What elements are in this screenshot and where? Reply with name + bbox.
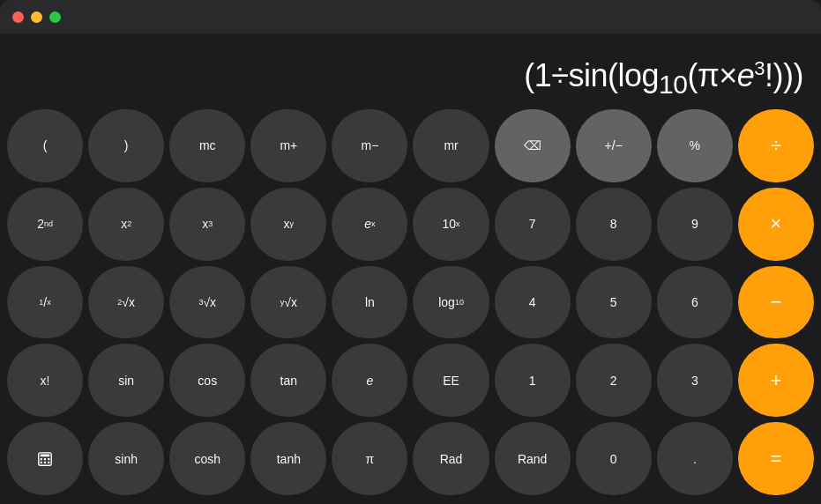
three-button[interactable]: 3 — [657, 344, 733, 417]
euler-button[interactable]: e — [332, 344, 407, 417]
svg-rect-4 — [48, 458, 49, 460]
sinh-button[interactable]: sinh — [88, 422, 164, 495]
plus-minus-button[interactable]: +/− — [576, 109, 652, 182]
mc-button[interactable]: mc — [169, 109, 245, 182]
factorial-button[interactable]: x! — [7, 344, 83, 417]
nine-button[interactable]: 9 — [657, 188, 733, 261]
cos-button[interactable]: cos — [169, 344, 245, 417]
close-paren-button[interactable]: ) — [88, 109, 164, 182]
divide-button[interactable]: ÷ — [738, 109, 814, 182]
log10-button[interactable]: log10 — [413, 266, 489, 339]
backspace-button[interactable]: ⌫ — [495, 109, 571, 182]
e-to-x-button[interactable]: ex — [332, 188, 407, 261]
ln-button[interactable]: ln — [332, 266, 407, 339]
minimize-button[interactable] — [31, 11, 42, 23]
five-button[interactable]: 5 — [576, 266, 652, 339]
ten-to-x-button[interactable]: 10x — [413, 188, 489, 261]
sqrt-button[interactable]: 2√x — [88, 266, 164, 339]
svg-rect-7 — [48, 461, 49, 463]
four-button[interactable]: 4 — [495, 266, 571, 339]
svg-rect-6 — [44, 461, 46, 463]
m-plus-button[interactable]: m+ — [250, 109, 326, 182]
reciprocal-button[interactable]: 1/x — [7, 266, 83, 339]
svg-rect-2 — [41, 458, 42, 460]
zero-button[interactable]: 0 — [576, 422, 652, 495]
maximize-button[interactable] — [49, 11, 61, 23]
percent-button[interactable]: % — [657, 109, 733, 182]
seven-button[interactable]: 7 — [495, 188, 571, 261]
ee-button[interactable]: EE — [413, 344, 489, 417]
mr-button[interactable]: mr — [413, 109, 489, 182]
pi-button[interactable]: π — [332, 422, 407, 495]
rad-button[interactable]: Rad — [413, 422, 489, 495]
cbrt-button[interactable]: 3√x — [169, 266, 245, 339]
second-button[interactable]: 2nd — [7, 188, 83, 261]
subtract-button[interactable]: − — [738, 266, 814, 339]
cosh-button[interactable]: cosh — [169, 422, 245, 495]
add-button[interactable]: + — [738, 344, 814, 417]
svg-rect-3 — [44, 458, 46, 460]
sin-button[interactable]: sin — [88, 344, 164, 417]
x-cubed-button[interactable]: x3 — [169, 188, 245, 261]
calculator-mode-button[interactable] — [7, 422, 83, 495]
m-minus-button[interactable]: m− — [332, 109, 407, 182]
x-to-y-button[interactable]: xy — [250, 188, 326, 261]
yth-root-button[interactable]: y√x — [250, 266, 326, 339]
equals-button[interactable]: = — [738, 422, 814, 495]
one-button[interactable]: 1 — [495, 344, 571, 417]
svg-rect-5 — [41, 461, 42, 463]
close-button[interactable] — [12, 11, 24, 23]
tanh-button[interactable]: tanh — [250, 422, 326, 495]
title-bar — [0, 0, 821, 33]
display-text: (1÷sin(log10(π×e3!))) — [524, 58, 803, 99]
eight-button[interactable]: 8 — [576, 188, 652, 261]
multiply-button[interactable]: × — [738, 188, 814, 261]
rand-button[interactable]: Rand — [495, 422, 571, 495]
x-squared-button[interactable]: x2 — [88, 188, 164, 261]
decimal-button[interactable]: . — [657, 422, 733, 495]
display: (1÷sin(log10(π×e3!))) — [0, 33, 821, 104]
open-paren-button[interactable]: ( — [7, 109, 83, 182]
buttons-grid: ( ) mc m+ m− mr ⌫ +/− % ÷ 2nd x2 x3 xy e… — [0, 104, 821, 504]
tan-button[interactable]: tan — [250, 344, 326, 417]
six-button[interactable]: 6 — [657, 266, 733, 339]
two-button[interactable]: 2 — [576, 344, 652, 417]
calculator-icon — [37, 451, 53, 467]
svg-rect-1 — [41, 454, 50, 456]
